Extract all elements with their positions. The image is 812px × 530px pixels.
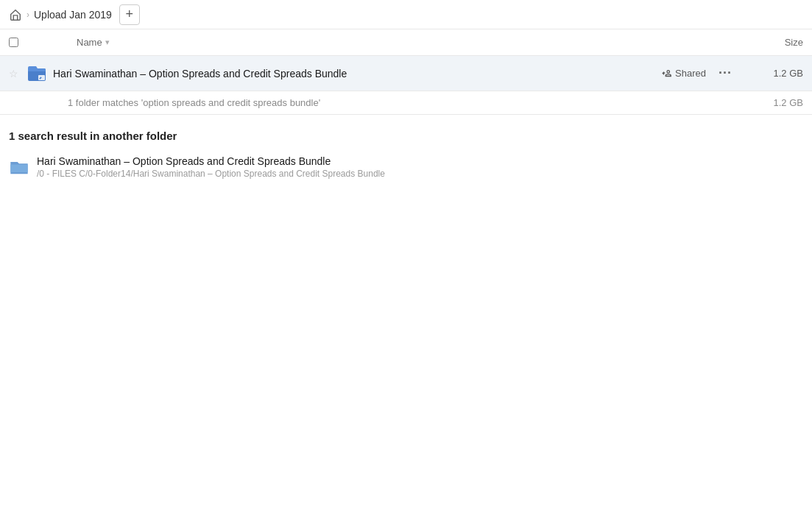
file-row[interactable]: ☆ Hari Swaminathan – Option Spreads and … bbox=[0, 56, 812, 91]
breadcrumb-bar: › Upload Jan 2019 + bbox=[0, 0, 812, 29]
name-column-header[interactable]: Name ▾ bbox=[77, 37, 744, 48]
more-options-button[interactable]: ··· bbox=[715, 63, 735, 84]
name-label: Name bbox=[77, 37, 102, 48]
breadcrumb-title: Upload Jan 2019 bbox=[34, 9, 112, 21]
search-result-row[interactable]: Hari Swaminathan – Option Spreads and Cr… bbox=[0, 149, 812, 185]
shared-badge[interactable]: Shared bbox=[662, 68, 706, 79]
search-result-info: Hari Swaminathan – Option Spreads and Cr… bbox=[37, 155, 385, 179]
select-all-checkbox[interactable] bbox=[9, 38, 32, 47]
match-size: 1.2 GB bbox=[774, 97, 803, 108]
column-headers: Name ▾ Size bbox=[0, 29, 812, 56]
add-button[interactable]: + bbox=[119, 4, 140, 25]
home-icon[interactable] bbox=[9, 8, 22, 21]
match-info-row: 1 folder matches 'option spreads and cre… bbox=[0, 91, 812, 115]
select-all-input[interactable] bbox=[9, 38, 18, 47]
size-column-header[interactable]: Size bbox=[744, 37, 803, 48]
folder-icon bbox=[9, 157, 29, 177]
sort-icon: ▾ bbox=[105, 38, 110, 47]
file-type-icon bbox=[27, 63, 53, 84]
shared-label: Shared bbox=[675, 68, 706, 79]
size-label: Size bbox=[785, 37, 803, 48]
file-name: Hari Swaminathan – Option Spreads and Cr… bbox=[53, 68, 662, 80]
search-result-name: Hari Swaminathan – Option Spreads and Cr… bbox=[37, 155, 385, 167]
search-result-path: /0 - FILES C/0-Folder14/Hari Swaminathan… bbox=[37, 169, 385, 179]
star-icon[interactable]: ☆ bbox=[9, 68, 27, 80]
section-header: 1 search result in another folder bbox=[0, 115, 812, 149]
file-size: 1.2 GB bbox=[744, 68, 803, 79]
match-text: 1 folder matches 'option spreads and cre… bbox=[68, 97, 320, 108]
breadcrumb-separator: › bbox=[27, 10, 29, 20]
